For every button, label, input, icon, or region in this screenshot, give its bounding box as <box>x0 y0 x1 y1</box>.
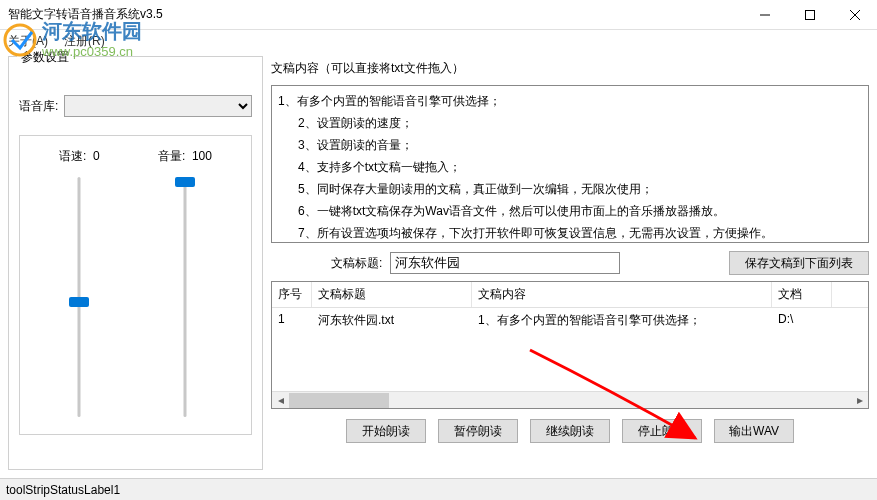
menubar: 关于(A) 注册(R) <box>0 30 877 52</box>
titlebar: 智能文字转语音播音系统v3.5 <box>0 0 877 30</box>
sliders-group: 语速: 0 音量: 100 <box>19 135 252 435</box>
doc-textarea[interactable]: 1、有多个内置的智能语音引擎可供选择； 2、设置朗读的速度； 3、设置朗读的音量… <box>271 85 869 243</box>
voice-label: 语音库: <box>19 98 58 115</box>
minimize-button[interactable] <box>742 0 787 29</box>
speed-slider[interactable] <box>67 177 91 417</box>
menu-about[interactable]: 关于(A) <box>8 33 48 50</box>
doc-title-input[interactable] <box>390 252 620 274</box>
doc-title-label: 文稿标题: <box>331 255 382 272</box>
table-row[interactable]: 1 河东软件园.txt 1、有多个内置的智能语音引擎可供选择； D:\ <box>272 308 868 333</box>
scroll-thumb[interactable] <box>289 393 389 408</box>
voice-row: 语音库: <box>19 95 252 117</box>
params-group: 参数设置 语音库: 语速: 0 音量: 100 <box>8 56 263 470</box>
speed-label: 语速: 0 <box>59 148 100 165</box>
window-controls <box>742 0 877 29</box>
start-read-button[interactable]: 开始朗读 <box>346 419 426 443</box>
horizontal-scrollbar[interactable]: ◂ ▸ <box>272 391 868 408</box>
status-text: toolStripStatusLabel1 <box>6 483 120 497</box>
statusbar: toolStripStatusLabel1 <box>0 478 877 500</box>
doc-list[interactable]: 序号 文稿标题 文稿内容 文档 1 河东软件园.txt 1、有多个内置的智能语音… <box>271 281 869 409</box>
export-wav-button[interactable]: 输出WAV <box>714 419 794 443</box>
title-row: 文稿标题: 保存文稿到下面列表 <box>271 251 869 275</box>
stop-read-button[interactable]: 停止朗读 <box>622 419 702 443</box>
svg-rect-4 <box>805 10 814 19</box>
close-button[interactable] <box>832 0 877 29</box>
col-extra[interactable]: 文档 <box>772 282 832 307</box>
col-content[interactable]: 文稿内容 <box>472 282 772 307</box>
voice-select[interactable] <box>64 95 252 117</box>
volume-slider[interactable] <box>173 177 197 417</box>
right-panel: 文稿内容（可以直接将txt文件拖入） 1、有多个内置的智能语音引擎可供选择； 2… <box>271 56 869 470</box>
volume-slider-col: 音量: 100 <box>158 148 212 424</box>
col-title[interactable]: 文稿标题 <box>312 282 472 307</box>
doc-label: 文稿内容（可以直接将txt文件拖入） <box>271 60 869 77</box>
volume-label: 音量: 100 <box>158 148 212 165</box>
menu-register[interactable]: 注册(R) <box>64 33 105 50</box>
speed-slider-col: 语速: 0 <box>59 148 100 424</box>
resume-read-button[interactable]: 继续朗读 <box>530 419 610 443</box>
maximize-button[interactable] <box>787 0 832 29</box>
list-header: 序号 文稿标题 文稿内容 文档 <box>272 282 868 308</box>
save-to-list-button[interactable]: 保存文稿到下面列表 <box>729 251 869 275</box>
action-buttons: 开始朗读 暂停朗读 继续朗读 停止朗读 输出WAV <box>271 419 869 443</box>
scroll-left-icon[interactable]: ◂ <box>272 392 289 409</box>
col-no[interactable]: 序号 <box>272 282 312 307</box>
params-title: 参数设置 <box>17 49 73 66</box>
window-title: 智能文字转语音播音系统v3.5 <box>8 6 742 23</box>
pause-read-button[interactable]: 暂停朗读 <box>438 419 518 443</box>
content: 参数设置 语音库: 语速: 0 音量: 100 <box>0 52 877 478</box>
scroll-right-icon[interactable]: ▸ <box>851 392 868 409</box>
